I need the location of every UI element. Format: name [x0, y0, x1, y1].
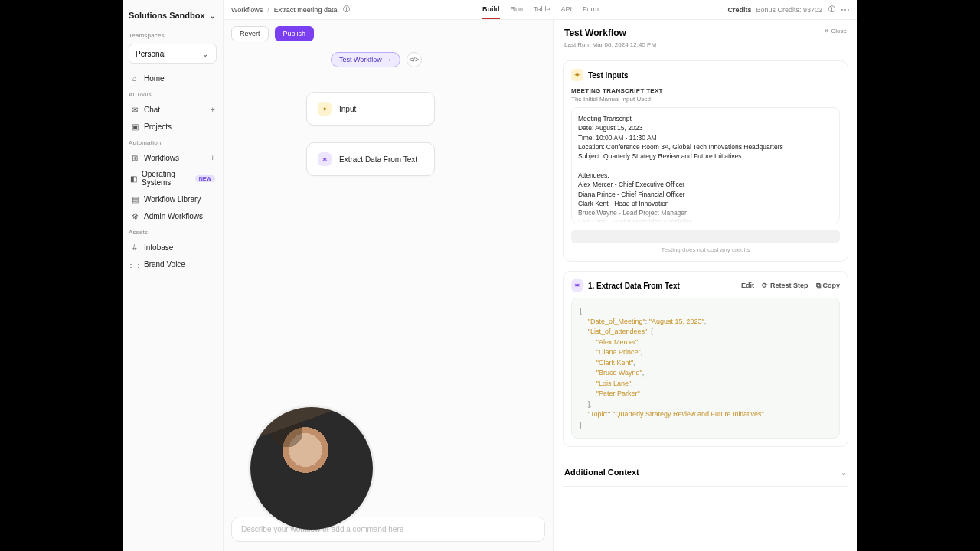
connector — [371, 124, 371, 144]
badge-new: NEW — [195, 175, 215, 182]
test-inputs-card: ✦ Test Inputs MEETING TRANSCRIPT TEXT Th… — [563, 60, 848, 262]
run-test-button[interactable] — [571, 230, 840, 243]
nav-label: Admin Workflows — [144, 212, 203, 220]
chevron-down-icon: ⌄ — [841, 468, 847, 477]
transcript-heading: MEETING TRANSCRIPT TEXT — [571, 87, 840, 94]
edit-step[interactable]: Edit — [741, 282, 754, 290]
code-icon: </> — [409, 56, 419, 64]
credit-note: Testing does not cost any credits — [571, 246, 840, 253]
step-1-card: ✶ 1. Extract Data From Text Edit ⟳Retest… — [563, 271, 848, 447]
tab-run[interactable]: Run — [510, 1, 523, 19]
copy-output[interactable]: ⧉Copy — [816, 282, 841, 290]
nav-wf-library[interactable]: ▤ Workflow Library — [126, 191, 220, 207]
nav-label: Chat — [144, 106, 160, 114]
node-input[interactable]: ✦ Input — [306, 92, 435, 126]
close-label: Close — [831, 28, 847, 34]
sparkle-icon: ✦ — [318, 102, 332, 116]
node-label: Input — [339, 105, 356, 113]
node-label: Extract Data From Text — [339, 155, 417, 164]
copy-icon: ⧉ — [816, 282, 821, 290]
section-ai-tools: AI Tools — [126, 86, 220, 101]
teamspace-selected: Personal — [136, 50, 165, 58]
tab-api[interactable]: API — [561, 1, 573, 19]
workspace-name: Solutions Sandbox — [129, 11, 205, 20]
plus-icon[interactable]: + — [211, 105, 215, 114]
tabs: Build Run Table API Form — [482, 1, 599, 19]
nav-label: Workflows — [144, 154, 179, 162]
workspace-switcher[interactable]: Solutions Sandbox ⌄ — [126, 6, 220, 28]
nav-label: Infobase — [144, 243, 173, 252]
nav-workflows[interactable]: ⊞ Workflows + — [126, 149, 220, 166]
workflows-icon: ⊞ — [130, 153, 139, 162]
nav-label: Workflow Library — [144, 195, 201, 204]
node-extract[interactable]: ✶ Extract Data From Text — [306, 142, 435, 176]
additional-context-accordion[interactable]: Additional Context ⌄ — [563, 458, 848, 487]
nav-projects[interactable]: ▣ Projects — [126, 118, 220, 135]
voice-icon: ⋮⋮ — [130, 259, 139, 269]
nav-label: Projects — [144, 122, 172, 131]
output-json[interactable]: { "Date_of_Meeting": "August 15, 2023", … — [571, 298, 840, 439]
refresh-icon: ⟳ — [762, 282, 768, 289]
hash-icon: # — [130, 243, 139, 252]
chat-icon: ✉ — [130, 105, 139, 114]
retest-step[interactable]: ⟳Retest Step — [762, 282, 808, 290]
home-icon: ⌂ — [130, 73, 139, 83]
presenter-avatar — [250, 407, 373, 530]
panel-title: Test Workflow — [564, 28, 626, 38]
command-input[interactable]: Describe your workflow or add a command … — [231, 517, 545, 542]
canvas[interactable]: Revert Publish Test Workflow → </> ✦ — [224, 20, 553, 551]
last-run: Last Run: Mar 06, 2024 12:45 PM — [554, 41, 858, 56]
transcript-text[interactable]: Meeting TranscriptDate: August 15, 2023T… — [571, 107, 840, 223]
transcript-desc: The Initial Manual Input Used — [571, 96, 840, 103]
nav-label: Home — [144, 74, 165, 83]
section-automation: Automation — [126, 135, 220, 149]
plus-icon[interactable]: + — [211, 153, 215, 162]
more-menu-icon[interactable]: ⋯ — [841, 5, 850, 15]
credits-label: Credits — [727, 6, 751, 14]
breadcrumb-current: Extract meeting data — [274, 6, 338, 14]
nav-chat[interactable]: ✉ Chat + — [126, 101, 220, 118]
library-icon: ▤ — [130, 194, 139, 204]
tab-table[interactable]: Table — [534, 1, 550, 19]
close-panel[interactable]: ✕ Close — [824, 28, 847, 34]
teamspace-dropdown[interactable]: Personal ⌄ — [129, 44, 217, 64]
info-icon[interactable]: ⓘ — [827, 5, 836, 15]
nav-home[interactable]: ⌂ Home — [126, 70, 220, 86]
test-workflow-pill[interactable]: Test Workflow → — [331, 52, 400, 67]
card-title: Test Inputs — [588, 71, 629, 80]
tab-build[interactable]: Build — [482, 1, 500, 19]
nav-brand-voice[interactable]: ⋮⋮ Brand Voice — [126, 256, 220, 272]
card-title: 1. Extract Data From Text — [588, 282, 680, 290]
breadcrumb-sep: / — [267, 6, 270, 14]
breadcrumb: Workflows / Extract meeting data ⓘ — [231, 5, 351, 15]
admin-icon: ⚙ — [130, 211, 139, 220]
test-panel: Test Workflow ✕ Close Last Run: Mar 06, … — [553, 20, 858, 551]
os-icon: ◧ — [130, 174, 137, 183]
chevron-down-icon: ⌄ — [207, 11, 217, 20]
sidebar: Solutions Sandbox ⌄ Teamspaces Personal … — [122, 0, 224, 551]
pill-label: Test Workflow — [339, 56, 382, 64]
extract-icon: ✶ — [571, 279, 583, 292]
arrow-right-icon: → — [385, 56, 392, 64]
sparkle-icon: ✦ — [571, 69, 583, 81]
nav-label: Operating Systems — [142, 170, 188, 187]
code-toggle-button[interactable]: </> — [407, 52, 422, 67]
section-teamspaces: Teamspaces — [126, 28, 220, 42]
top-bar: Workflows / Extract meeting data ⓘ Build… — [224, 0, 858, 20]
breadcrumb-root[interactable]: Workflows — [231, 6, 263, 14]
nav-infobase[interactable]: # Infobase — [126, 239, 220, 256]
nav-label: Brand Voice — [144, 260, 185, 269]
revert-button[interactable]: Revert — [231, 26, 269, 41]
projects-icon: ▣ — [130, 122, 139, 131]
accordion-title: Additional Context — [564, 468, 639, 477]
close-icon: ✕ — [824, 28, 829, 34]
extract-icon: ✶ — [318, 152, 332, 166]
section-assets: Assets — [126, 224, 220, 239]
nav-os[interactable]: ◧ Operating Systems NEW — [126, 166, 220, 191]
chevron-down-icon: ⌄ — [201, 49, 210, 58]
tab-form[interactable]: Form — [583, 1, 599, 19]
publish-button[interactable]: Publish — [275, 26, 315, 41]
info-icon[interactable]: ⓘ — [341, 5, 351, 15]
credits-bonus: Bonus Credits: 93702 — [756, 6, 822, 14]
nav-admin-wf[interactable]: ⚙ Admin Workflows — [126, 207, 220, 224]
